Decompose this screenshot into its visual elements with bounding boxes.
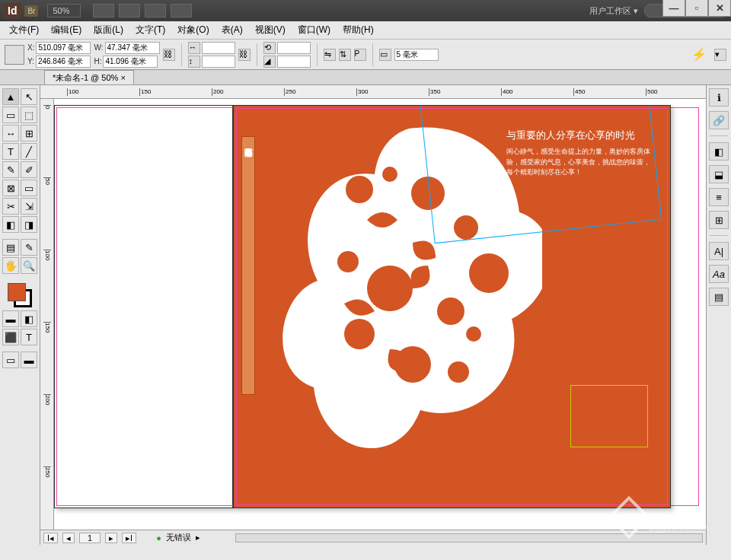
content-tool-2[interactable]: ⊞ xyxy=(21,125,37,142)
formatting-container-icon[interactable]: ⬛ xyxy=(2,329,19,345)
content-tool[interactable]: ↔ xyxy=(2,125,19,142)
menu-文字[interactable]: 文字(T) xyxy=(129,21,171,39)
viewport[interactable]: 心享酒店有限公司 xyxy=(54,99,706,530)
apply-gradient-icon[interactable]: ◧ xyxy=(21,310,37,327)
menu-表[interactable]: 表(A) xyxy=(215,21,249,39)
next-page-button[interactable]: ▸ xyxy=(105,533,117,543)
svg-point-7 xyxy=(337,251,359,272)
first-page-button[interactable]: I◂ xyxy=(43,533,58,543)
yellow-frame[interactable] xyxy=(571,386,647,447)
link-icon[interactable]: ⛓ xyxy=(163,49,175,61)
left-page[interactable] xyxy=(54,105,233,508)
scissors-tool[interactable]: ✂ xyxy=(2,198,19,215)
stroke-panel-icon[interactable]: ≡ xyxy=(709,188,729,206)
menu-窗口[interactable]: 窗口(W) xyxy=(292,21,337,39)
stroke-input[interactable] xyxy=(394,49,439,61)
scale-y-input[interactable] xyxy=(202,56,235,68)
horizontal-scrollbar[interactable] xyxy=(235,533,703,542)
view-mode-button-2[interactable] xyxy=(119,4,140,18)
minimize-button[interactable]: — xyxy=(662,0,685,17)
type-tool[interactable]: T xyxy=(2,143,19,160)
titlebar: Id Br 50% 用户工作区 ▾ xyxy=(0,0,731,21)
view-mode-button-4[interactable] xyxy=(171,4,192,18)
right-page[interactable]: 心享酒店有限公司 xyxy=(233,105,671,508)
preflight-status[interactable]: 无错误 xyxy=(166,532,191,543)
ruler-v-tick: 100 xyxy=(43,250,51,260)
eyedropper-tool[interactable]: ✎ xyxy=(21,239,37,256)
pages-panel-icon[interactable]: ◧ xyxy=(709,142,729,161)
fill-swatch[interactable] xyxy=(8,283,26,301)
scale-x-input[interactable] xyxy=(202,42,235,54)
layers-panel-icon[interactable]: ⬓ xyxy=(709,165,729,183)
page-tool[interactable]: ▭ xyxy=(2,107,19,123)
fill-stroke-swatch[interactable] xyxy=(8,283,32,307)
controlbar-menu-icon[interactable]: ▾ xyxy=(714,49,726,61)
frame-tool[interactable]: ⊠ xyxy=(2,180,19,196)
gradient-tool[interactable]: ◧ xyxy=(2,216,19,233)
spine-box[interactable]: 心享酒店有限公司 xyxy=(241,136,255,395)
scale-y-icon[interactable]: ↕ xyxy=(188,56,200,68)
w-input[interactable] xyxy=(105,42,160,54)
info-panel-icon[interactable]: ℹ xyxy=(709,88,729,107)
selection-tool[interactable]: ▲ xyxy=(2,88,19,105)
para-panel-icon[interactable]: Aa xyxy=(709,265,729,283)
menu-对象[interactable]: 对象(O) xyxy=(171,21,215,39)
menu-版面[interactable]: 版面(L) xyxy=(88,21,129,39)
shear-icon[interactable]: ◢ xyxy=(263,56,276,68)
screen-mode-normal[interactable]: ▭ xyxy=(2,352,19,368)
reference-point-icon[interactable] xyxy=(5,45,24,65)
maximize-button[interactable]: ▫ xyxy=(685,0,708,17)
link-scale-icon[interactable]: ⛓ xyxy=(238,49,251,61)
line-tool[interactable]: ╱ xyxy=(21,143,37,160)
char-panel-icon[interactable]: A| xyxy=(709,242,729,260)
y-input[interactable] xyxy=(36,56,91,68)
menu-编辑[interactable]: 编辑(E) xyxy=(45,21,88,39)
stroke-icon[interactable]: ▭ xyxy=(379,49,391,61)
transform-tool[interactable]: ⇲ xyxy=(21,198,37,215)
formatting-text-icon[interactable]: T xyxy=(21,329,37,345)
flip-v-icon[interactable]: ⇅ xyxy=(339,49,351,61)
swatches-panel-icon[interactable]: ⊞ xyxy=(709,211,729,229)
menu-帮助[interactable]: 帮助(H) xyxy=(337,21,380,39)
selected-frame[interactable] xyxy=(420,105,662,243)
document-tab[interactable]: *未命名-1 @ 50% × xyxy=(44,70,134,84)
ruler-h-tick: 500 xyxy=(646,88,657,96)
menu-文件[interactable]: 文件(F) xyxy=(3,21,45,39)
rotate-icon[interactable]: ⟲ xyxy=(263,42,276,54)
last-page-button[interactable]: ▸I xyxy=(122,533,136,543)
note-tool[interactable]: ▤ xyxy=(2,239,19,256)
view-mode-button-1[interactable] xyxy=(93,4,114,18)
gap-tool[interactable]: ⬚ xyxy=(21,107,37,123)
rectangle-tool[interactable]: ▭ xyxy=(21,180,37,196)
flip-h-icon[interactable]: ⇋ xyxy=(324,49,336,61)
rotate-input[interactable] xyxy=(277,42,311,54)
prev-page-button[interactable]: ◂ xyxy=(62,533,75,543)
screen-mode-preview[interactable]: ▬ xyxy=(21,352,37,368)
gradient-feather-tool[interactable]: ◨ xyxy=(21,216,37,233)
shear-input[interactable] xyxy=(277,56,311,68)
zoom-select[interactable]: 50% xyxy=(47,4,81,18)
h-input[interactable] xyxy=(103,56,158,68)
vertical-ruler[interactable]: 050100150200250 xyxy=(40,99,54,530)
apply-color-icon[interactable]: ▬ xyxy=(2,310,19,327)
menu-视图[interactable]: 视图(V) xyxy=(249,21,292,39)
workspace-select[interactable]: 用户工作区 ▾ xyxy=(589,5,638,17)
horizontal-ruler[interactable]: 100150200250300350400450500550 xyxy=(40,85,706,99)
pen-tool[interactable]: ✎ xyxy=(2,161,19,178)
hand-tool[interactable]: 🖐 xyxy=(2,257,19,274)
page-number-input[interactable] xyxy=(79,533,101,543)
gpu-icon[interactable]: ⚡ xyxy=(691,47,707,62)
story-panel-icon[interactable]: ▤ xyxy=(709,288,729,306)
direct-selection-tool[interactable]: ↖ xyxy=(21,88,37,105)
zoom-tool[interactable]: 🔍 xyxy=(21,257,37,274)
p-icon[interactable]: P xyxy=(354,49,366,61)
pencil-tool[interactable]: ✐ xyxy=(21,161,37,178)
scale-x-icon[interactable]: ↔ xyxy=(188,42,200,54)
links-panel-icon[interactable]: 🔗 xyxy=(709,111,729,129)
svg-point-11 xyxy=(466,326,481,342)
bridge-badge[interactable]: Br xyxy=(24,5,38,17)
close-button[interactable]: ✕ xyxy=(708,0,731,17)
view-mode-button-3[interactable] xyxy=(145,4,166,18)
x-input[interactable] xyxy=(36,42,91,54)
preflight-icon[interactable]: ● xyxy=(156,533,161,542)
